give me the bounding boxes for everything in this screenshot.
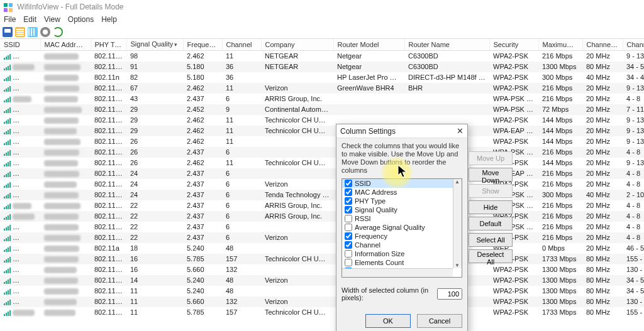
- cell-mac: [40, 126, 91, 136]
- column-option[interactable]: SSID: [342, 179, 462, 188]
- refresh-icon[interactable]: [53, 27, 63, 37]
- table-row[interactable]: 802.11a185.24048WEP0 Mbps20 MHz46 - 50: [0, 243, 644, 254]
- menu-help[interactable]: Help: [101, 15, 117, 24]
- column-header[interactable]: MAC Address: [40, 39, 91, 51]
- dialog-title: Column Settings: [340, 127, 396, 136]
- column-header[interactable]: Channels Range: [623, 39, 644, 51]
- table-row[interactable]: 802.11g/n/ac115.785157Technicolor CH USA…: [0, 307, 644, 318]
- cell-frequency: 5.240: [183, 275, 222, 286]
- menu-edit[interactable]: Edit: [23, 15, 36, 24]
- table-row[interactable]: 802.11g/n242.4376WPA-EAP + W…216 Mbps20 …: [0, 168, 644, 179]
- cell-company: NETGEAR: [261, 51, 333, 62]
- table-row[interactable]: 802.11g/n222.4376WPA-PSK + W…216 Mbps20 …: [0, 222, 644, 232]
- columns-listbox[interactable]: SSIDMAC AddressPHY TypeSignal QualityRSS…: [341, 178, 462, 278]
- column-option[interactable]: Elements Count: [342, 258, 462, 267]
- cell-phy: 802.11a: [91, 243, 126, 254]
- column-option[interactable]: Average Signal Quality: [342, 223, 462, 232]
- horizontal-scrollbar[interactable]: [342, 268, 453, 277]
- menu-file[interactable]: File: [4, 15, 16, 24]
- table-row[interactable]: 802.11n/ac115.660132VerizonWPA2-PSK1300 …: [0, 296, 644, 307]
- column-option[interactable]: Frequency: [342, 232, 462, 241]
- table-row[interactable]: 802.11n/ac145.24048VerizonWPA2-PSK1300 M…: [0, 275, 644, 286]
- table-row[interactable]: 802.11g/n222.4376ARRIS Group, Inc.WPA-PS…: [0, 200, 644, 211]
- column-option[interactable]: Signal Quality: [342, 205, 462, 214]
- wifi-table[interactable]: SSIDMAC AddressPHY TypeSignal Quality▾Fr…: [0, 39, 644, 318]
- cell-frequency: 5.660: [183, 264, 222, 275]
- table-row[interactable]: 802.11g/n/ac165.785157Technicolor CH USA…: [0, 254, 644, 264]
- column-checkbox[interactable]: [345, 232, 352, 240]
- hide-button[interactable]: Hide: [469, 200, 513, 214]
- cell-signal-quality: 26: [126, 147, 183, 158]
- table-row[interactable]: 802.11g/n915.18036NETGEARNetgearC6300BDW…: [0, 62, 644, 72]
- column-header[interactable]: Company: [261, 39, 333, 51]
- table-row[interactable]: 802.11g/n262.46211WPA2-PSK144 Mbps20 MHz…: [0, 136, 644, 147]
- column-header[interactable]: PHY Type: [91, 39, 126, 51]
- menu-bar[interactable]: FileEditViewOptionsHelp: [0, 14, 644, 25]
- table-header-row[interactable]: SSIDMAC AddressPHY TypeSignal Quality▾Fr…: [0, 39, 644, 51]
- table-row[interactable]: 802.11g/n672.46211VerizonGreenWave BHR4B…: [0, 83, 644, 94]
- column-checkbox[interactable]: [345, 259, 352, 266]
- cell-phy: 802.11g/n: [91, 115, 126, 126]
- column-option[interactable]: PHY Type: [342, 197, 462, 205]
- save-icon[interactable]: [3, 27, 13, 37]
- dialog-titlebar[interactable]: Column Settings ✕: [336, 124, 467, 138]
- column-checkbox[interactable]: [345, 250, 352, 258]
- table-row[interactable]: 802.11g/n292.46211Technicolor CH USA Inc…: [0, 126, 644, 136]
- options-icon[interactable]: [40, 27, 50, 37]
- cell-speed: 300 Mbps: [538, 190, 582, 200]
- select-all-button[interactable]: Select All: [469, 233, 513, 247]
- column-checkbox[interactable]: [345, 197, 352, 205]
- column-option[interactable]: MAC Address: [342, 188, 462, 197]
- column-header[interactable]: Channel Width: [582, 39, 623, 51]
- table-row[interactable]: 802.11n/ac115.24048WPA2-PSK1300 Mbps80 M…: [0, 286, 644, 296]
- cell-phy: 802.11g/n: [91, 104, 126, 115]
- menu-view[interactable]: View: [44, 15, 60, 24]
- table-row[interactable]: 802.11g/n292.46211Technicolor CH USA Inc…: [0, 115, 644, 126]
- table-row[interactable]: 802.11n825.18036HP LaserJet Pro M148f-…D…: [0, 72, 644, 83]
- column-option[interactable]: RSSI: [342, 214, 462, 223]
- cancel-button[interactable]: Cancel: [417, 314, 462, 328]
- table-row[interactable]: 802.11g/n262.46211Technicolor CH USA Inc…: [0, 158, 644, 168]
- ok-button[interactable]: OK: [365, 314, 411, 328]
- cell-mac: [40, 94, 91, 104]
- move-down-button[interactable]: Move Down: [469, 168, 513, 182]
- table-row[interactable]: 802.11g/n222.4376VerizonWPA2-PSK216 Mbps…: [0, 232, 644, 243]
- column-header[interactable]: Maximum Speed: [538, 39, 582, 51]
- table-row[interactable]: 802.11g/n242.4376VerizonWPA2-PSK216 Mbps…: [0, 179, 644, 190]
- default-button[interactable]: Default: [469, 217, 513, 231]
- close-icon[interactable]: ✕: [457, 126, 464, 136]
- column-checkbox[interactable]: [345, 188, 352, 196]
- column-header[interactable]: Frequency: [183, 39, 222, 51]
- table-row[interactable]: 802.11g/n292.4529Continental Automotive……: [0, 104, 644, 115]
- column-header[interactable]: Channel: [222, 39, 261, 51]
- column-checkbox[interactable]: [345, 241, 352, 249]
- table-row[interactable]: 802.11g/n262.4376WPA-PSK + W…216 Mbps20 …: [0, 147, 644, 158]
- cell-frequency: 5.785: [183, 254, 222, 264]
- column-header[interactable]: SSID: [0, 39, 40, 51]
- column-header[interactable]: Router Model: [333, 39, 404, 51]
- vertical-scrollbar[interactable]: [453, 179, 462, 268]
- column-checkbox[interactable]: [345, 215, 352, 222]
- column-option[interactable]: Channel: [342, 241, 462, 249]
- cell-security: WPA2-PSK: [489, 62, 538, 72]
- column-checkbox[interactable]: [345, 206, 352, 214]
- width-input[interactable]: [437, 288, 462, 300]
- column-checkbox[interactable]: [345, 180, 352, 187]
- table-row[interactable]: 802.11g/n242.4376Tenda Technology Co…WPA…: [0, 190, 644, 200]
- menu-options[interactable]: Options: [68, 15, 94, 24]
- signal-icon: [4, 160, 11, 166]
- table-row[interactable]: 802.11g/n982.46211NETGEARNetgearC6300BDW…: [0, 51, 644, 62]
- deselect-all-button[interactable]: Deselect All: [469, 249, 513, 263]
- table-row[interactable]: 802.11g/n432.4376ARRIS Group, Inc.WPA-PS…: [0, 94, 644, 104]
- column-header[interactable]: Signal Quality▾: [126, 39, 183, 51]
- column-header[interactable]: Router Name: [404, 39, 489, 51]
- cell-router-name: C6300BD: [404, 51, 489, 62]
- list-icon[interactable]: [15, 27, 25, 37]
- table-row[interactable]: 802.11n/ac165.660132WPA2-PSK1300 Mbps80 …: [0, 264, 644, 275]
- table-row[interactable]: 802.11g/n222.4376ARRIS Group, Inc.WPA2-P…: [0, 211, 644, 222]
- column-option[interactable]: Information Size: [342, 249, 462, 258]
- cell-speed: 1300 Mbps: [538, 275, 582, 286]
- column-header[interactable]: Security: [489, 39, 538, 51]
- column-checkbox[interactable]: [345, 224, 352, 231]
- columns-icon[interactable]: [28, 27, 38, 37]
